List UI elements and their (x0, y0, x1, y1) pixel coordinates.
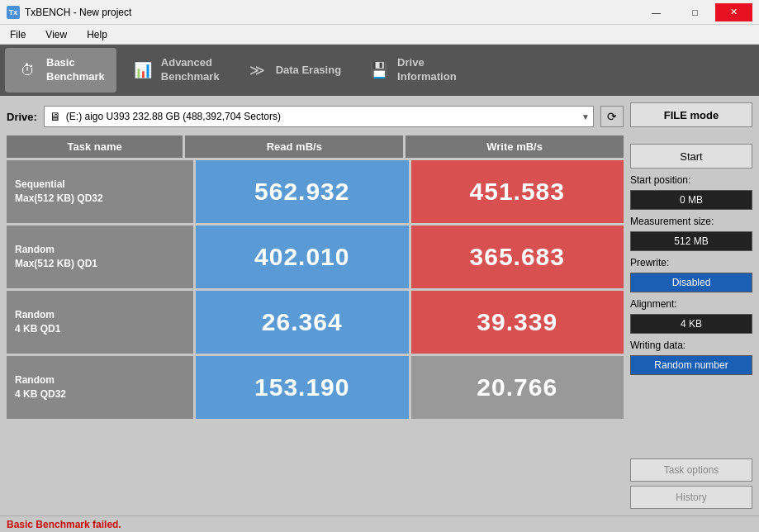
alignment-label: Alignment: (630, 298, 752, 310)
drive-information-icon: 💾 (368, 59, 391, 82)
measurement-size-label: Measurement size: (630, 216, 752, 227)
tab-data-erasing[interactable]: ≫ Data Erasing (235, 48, 353, 93)
start-position-value: 0 MB (630, 190, 752, 210)
drive-selector-value: (E:) aigo U393 232.88 GB (488,392,704 Se… (66, 111, 281, 122)
write-random-512: 365.683 (411, 226, 624, 288)
read-random-4kb-qd1: 26.364 (196, 291, 409, 354)
drive-bar: Drive: 🖥 (E:) aigo U393 232.88 GB (488,3… (7, 102, 624, 131)
statusbar: Basic Benchmark failed. (0, 515, 759, 532)
table-row: Random 4 KB QD32 153.190 20.766 (7, 356, 624, 419)
tab-advanced-benchmark[interactable]: 📊 Advanced Benchmark (120, 48, 231, 93)
write-random-4kb-qd32: 20.766 (411, 356, 624, 419)
menu-file[interactable]: File (7, 27, 29, 42)
tab-drive-label: Drive Information (397, 56, 457, 84)
basic-benchmark-icon: ⏱ (17, 59, 40, 82)
task-options-button[interactable]: Task options (630, 458, 752, 482)
writing-data-label: Writing data: (630, 340, 752, 351)
data-erasing-icon: ≫ (246, 59, 269, 82)
status-text: Basic Benchmark failed. (7, 519, 121, 530)
app-icon: Tx (7, 6, 20, 19)
task-random-512: Random Max(512 KB) QD1 (7, 226, 193, 288)
titlebar-title: TxBENCH - New project (25, 7, 131, 18)
left-panel: Drive: 🖥 (E:) aigo U393 232.88 GB (488,3… (7, 102, 624, 509)
toolbar: ⏱ Basic Benchmark 📊 Advanced Benchmark ≫… (0, 45, 759, 96)
measurement-size-value: 512 MB (630, 231, 752, 251)
write-random-4kb-qd1: 39.339 (411, 291, 624, 354)
menubar: File View Help (0, 25, 759, 45)
start-button[interactable]: Start (630, 144, 752, 169)
read-sequential: 562.932 (196, 160, 409, 223)
write-sequential: 451.583 (411, 160, 624, 223)
read-random-512: 402.010 (196, 226, 409, 288)
main-area: Drive: 🖥 (E:) aigo U393 232.88 GB (488,3… (0, 96, 759, 515)
tab-basic-label: Basic Benchmark (46, 56, 105, 84)
tab-drive-information[interactable]: 💾 Drive Information (356, 48, 468, 93)
advanced-benchmark-icon: 📊 (131, 59, 154, 82)
maximize-button[interactable]: □ (676, 3, 714, 21)
read-random-4kb-qd32: 153.190 (196, 356, 409, 419)
alignment-value: 4 KB (630, 314, 752, 334)
header-write: Write mB/s (406, 135, 624, 158)
tab-basic-benchmark[interactable]: ⏱ Basic Benchmark (5, 48, 116, 93)
titlebar: Tx TxBENCH - New project — □ ✕ (0, 0, 759, 25)
drive-refresh-button[interactable]: ⟳ (600, 106, 624, 127)
close-button[interactable]: ✕ (715, 3, 752, 21)
drive-label: Drive: (7, 111, 37, 123)
drive-combo-arrow: ▼ (581, 112, 590, 121)
bench-header: Task name Read mB/s Write mB/s (7, 135, 624, 158)
task-random-4kb-qd32: Random 4 KB QD32 (7, 356, 193, 419)
task-random-4kb-qd1: Random 4 KB QD1 (7, 291, 193, 354)
header-read: Read mB/s (185, 135, 403, 158)
history-button[interactable]: History (630, 486, 752, 509)
table-row: Sequential Max(512 KB) QD32 562.932 451.… (7, 160, 624, 223)
tab-erasing-label: Data Erasing (276, 64, 341, 78)
prewrite-label: Prewrite: (630, 257, 752, 268)
drive-selector[interactable]: 🖥 (E:) aigo U393 232.88 GB (488,392,704 … (44, 106, 594, 127)
file-mode-button[interactable]: FILE mode (630, 102, 752, 127)
titlebar-controls[interactable]: — □ ✕ (638, 3, 752, 21)
right-panel: FILE mode Start Start position: 0 MB Mea… (630, 102, 752, 509)
minimize-button[interactable]: — (638, 3, 675, 21)
task-sequential: Sequential Max(512 KB) QD32 (7, 160, 193, 223)
writing-data-value: Random number (630, 355, 752, 375)
table-row: Random Max(512 KB) QD1 402.010 365.683 (7, 226, 624, 288)
benchmark-table: Task name Read mB/s Write mB/s Sequentia… (7, 135, 624, 509)
titlebar-left: Tx TxBENCH - New project (7, 6, 131, 19)
table-row: Random 4 KB QD1 26.364 39.339 (7, 291, 624, 354)
prewrite-value: Disabled (630, 273, 752, 292)
drive-selector-icon: 🖥 (50, 110, 61, 123)
menu-view[interactable]: View (42, 27, 70, 42)
tab-advanced-label: Advanced Benchmark (161, 56, 220, 84)
menu-help[interactable]: Help (83, 27, 111, 42)
header-task: Task name (7, 135, 183, 158)
start-position-label: Start position: (630, 174, 752, 186)
